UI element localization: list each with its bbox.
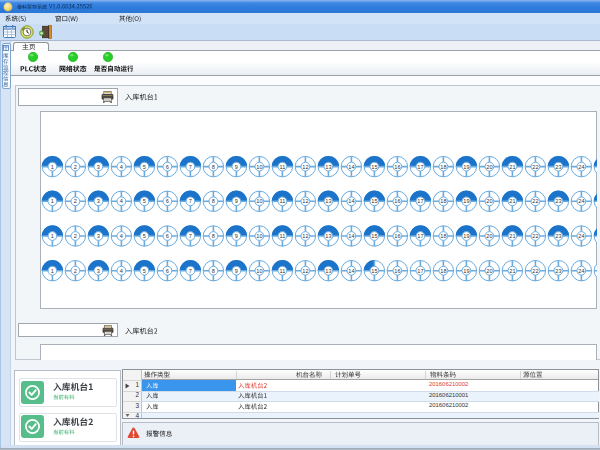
svg-text:22: 22 [532,164,538,170]
svg-text:11: 11 [279,198,285,204]
svg-text:22: 22 [532,198,538,204]
svg-text:21: 21 [509,233,515,239]
svg-text:4: 4 [120,233,123,239]
svg-text:11: 11 [279,233,285,239]
svg-text:6: 6 [166,198,169,204]
svg-text:15: 15 [371,268,377,274]
svg-text:17: 17 [417,268,423,274]
svg-text:7: 7 [189,233,192,239]
svg-text:23: 23 [555,198,561,204]
svg-text:7: 7 [189,164,192,170]
svg-text:14: 14 [348,268,354,274]
svg-text:16: 16 [394,268,400,274]
svg-text:12: 12 [302,268,308,274]
svg-text:5: 5 [143,268,146,274]
svg-text:23: 23 [555,233,561,239]
svg-text:3: 3 [97,198,100,204]
svg-text:11: 11 [279,164,285,170]
svg-text:1: 1 [51,233,54,239]
svg-text:14: 14 [348,233,354,239]
svg-text:17: 17 [417,233,423,239]
svg-text:17: 17 [417,198,423,204]
svg-text:16: 16 [394,164,400,170]
svg-text:5: 5 [143,198,146,204]
svg-text:10: 10 [256,233,262,239]
svg-text:24: 24 [578,233,584,239]
svg-text:7: 7 [189,198,192,204]
svg-text:18: 18 [440,164,446,170]
svg-text:3: 3 [97,268,100,274]
svg-text:9: 9 [235,233,238,239]
svg-text:3: 3 [97,233,100,239]
svg-text:6: 6 [166,268,169,274]
svg-text:23: 23 [555,164,561,170]
svg-text:13: 13 [325,233,331,239]
svg-text:4: 4 [120,164,123,170]
svg-text:2: 2 [74,198,77,204]
svg-text:5: 5 [143,233,146,239]
svg-text:1: 1 [51,268,54,274]
svg-text:7: 7 [189,268,192,274]
svg-text:12: 12 [302,164,308,170]
svg-text:24: 24 [578,268,584,274]
svg-text:22: 22 [532,233,538,239]
svg-text:22: 22 [532,268,538,274]
svg-text:18: 18 [440,198,446,204]
svg-text:8: 8 [212,198,215,204]
svg-text:6: 6 [166,233,169,239]
svg-text:11: 11 [279,268,285,274]
svg-text:19: 19 [463,164,469,170]
svg-text:20: 20 [486,233,492,239]
svg-text:5: 5 [143,164,146,170]
svg-text:16: 16 [394,233,400,239]
svg-text:18: 18 [440,233,446,239]
svg-text:19: 19 [463,198,469,204]
svg-text:8: 8 [212,164,215,170]
svg-text:15: 15 [371,164,377,170]
svg-text:19: 19 [463,233,469,239]
svg-text:20: 20 [486,268,492,274]
svg-text:14: 14 [348,198,354,204]
svg-text:15: 15 [371,198,377,204]
svg-text:10: 10 [256,164,262,170]
svg-text:21: 21 [509,268,515,274]
svg-text:8: 8 [212,233,215,239]
svg-text:16: 16 [394,198,400,204]
svg-text:6: 6 [166,164,169,170]
svg-text:24: 24 [578,198,584,204]
svg-text:10: 10 [256,198,262,204]
svg-text:21: 21 [509,198,515,204]
svg-text:13: 13 [325,198,331,204]
svg-text:2: 2 [74,268,77,274]
svg-text:21: 21 [509,164,515,170]
svg-text:4: 4 [120,198,123,204]
svg-text:2: 2 [74,164,77,170]
svg-text:13: 13 [325,268,331,274]
svg-text:9: 9 [235,198,238,204]
svg-text:18: 18 [440,268,446,274]
svg-text:9: 9 [235,164,238,170]
svg-text:12: 12 [302,233,308,239]
svg-text:10: 10 [256,268,262,274]
svg-text:14: 14 [348,164,354,170]
svg-text:1: 1 [51,164,54,170]
svg-text:24: 24 [578,164,584,170]
svg-text:2: 2 [74,233,77,239]
svg-text:12: 12 [302,198,308,204]
svg-text:1: 1 [51,198,54,204]
svg-text:9: 9 [235,268,238,274]
svg-text:20: 20 [486,198,492,204]
svg-text:8: 8 [212,268,215,274]
svg-text:15: 15 [371,233,377,239]
svg-text:17: 17 [417,164,423,170]
svg-text:19: 19 [463,268,469,274]
svg-text:23: 23 [555,268,561,274]
svg-text:4: 4 [120,268,123,274]
svg-text:20: 20 [486,164,492,170]
svg-text:3: 3 [97,164,100,170]
svg-text:13: 13 [325,164,331,170]
